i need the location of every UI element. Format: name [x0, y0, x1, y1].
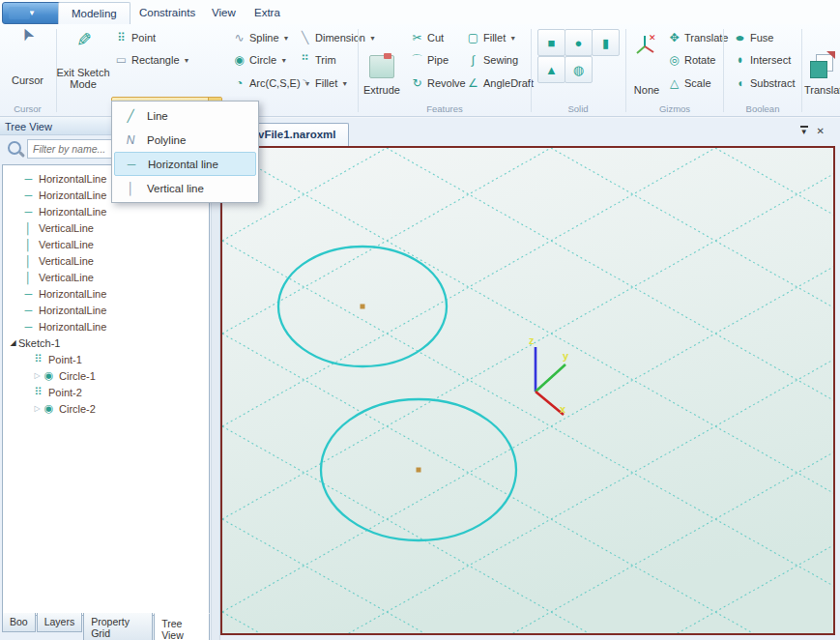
- tree-item-horizontalline[interactable]: ─HorizontalLine: [3, 203, 209, 219]
- solid-box-button[interactable]: ■: [537, 29, 565, 56]
- fuse-button[interactable]: ● Fuse: [733, 28, 773, 47]
- gizmo-none-button[interactable]: ✕: [634, 32, 659, 57]
- application-menu-glyph: [9, 7, 30, 19]
- gizmo-scale-button[interactable]: △ Scale: [667, 73, 711, 93]
- tree-item-point-2[interactable]: ⠿Point-2: [3, 384, 209, 400]
- angle-draft-icon: ∠: [466, 77, 480, 89]
- circle-button[interactable]: ◉ Circle ▼: [232, 50, 287, 70]
- tab-constraints[interactable]: Constraints: [127, 2, 208, 23]
- hline-icon: ─: [22, 288, 35, 300]
- tree-item-verticalline[interactable]: │VerticalLine: [3, 236, 209, 252]
- sewing-button[interactable]: ∫ Sewing: [466, 50, 518, 70]
- vline-icon: │: [22, 239, 35, 250]
- hline-icon: ─: [22, 206, 35, 218]
- dimension-icon: ╲: [298, 32, 312, 44]
- spline-icon: ∿: [232, 32, 246, 44]
- tree-item-verticalline[interactable]: │VerticalLine: [3, 219, 209, 236]
- fillet-sketch-button[interactable]: ◝ Fillet ▼: [298, 73, 348, 93]
- point-icon: ⠿: [114, 32, 129, 44]
- fillet-icon: ▢: [466, 32, 480, 44]
- tree-item-point-1[interactable]: ⠿Point-1: [3, 351, 209, 367]
- tree-item-verticalline[interactable]: │VerticalLine: [3, 252, 209, 269]
- dropdown-item-polyline[interactable]: NPolyline: [114, 128, 256, 152]
- tab-extra[interactable]: Extra: [242, 2, 293, 23]
- translate-gizmo-icon: ✥: [667, 32, 681, 44]
- spline-button[interactable]: ∿ Spline ▼: [232, 28, 290, 47]
- fillet-icon: ◝: [298, 77, 312, 89]
- panel-tab-tree-view[interactable]: Tree View: [154, 613, 210, 640]
- vline-icon: │: [22, 272, 35, 283]
- close-icon[interactable]: ✕: [817, 126, 825, 136]
- solid-sphere-button[interactable]: ●: [565, 29, 593, 56]
- pipe-button[interactable]: ⌒ Pipe: [410, 50, 449, 70]
- intersect-button[interactable]: ● Intersect: [733, 50, 791, 70]
- extrude-icon[interactable]: [369, 55, 394, 78]
- chevron-down-icon: ▼: [369, 35, 376, 42]
- fuse-icon: ●: [729, 32, 751, 44]
- expander-expanded-icon[interactable]: ◢: [8, 338, 18, 347]
- group-label-cursor: Cursor: [0, 103, 55, 114]
- hline-icon: ─: [123, 158, 140, 171]
- angledraft-button[interactable]: ∠ AngleDraft: [466, 73, 534, 93]
- circle-center-point[interactable]: [417, 468, 421, 473]
- circle-icon: ◉: [43, 369, 55, 382]
- 3d-viewport[interactable]: zyx: [220, 146, 835, 635]
- exit-sketch-button[interactable]: ✎: [58, 30, 110, 49]
- trim-icon: ⠛: [298, 54, 312, 66]
- svg-text:✕: ✕: [649, 33, 656, 43]
- solid-torus-button[interactable]: ◍: [565, 56, 593, 83]
- tree-item-horizontalline[interactable]: ─HorizontalLine: [3, 285, 209, 302]
- cut-button[interactable]: ✂ Cut: [410, 28, 444, 47]
- tree-item-verticalline[interactable]: │VerticalLine: [3, 269, 209, 285]
- substract-button[interactable]: ◖ Substract: [733, 73, 795, 93]
- tab-modeling[interactable]: Modeling: [58, 2, 130, 24]
- solid-cylinder-button[interactable]: ▮: [592, 29, 620, 56]
- dropdown-item-line[interactable]: ╱Line: [114, 103, 256, 128]
- box-solid-icon: ■: [548, 36, 556, 50]
- point-button[interactable]: ⠿ Point: [114, 28, 156, 47]
- tree-item-sketch-1[interactable]: ◢Sketch-1: [3, 335, 209, 351]
- translate-tool-icon[interactable]: [810, 54, 833, 77]
- dropdown-item-horizontal-line[interactable]: ─Horizontal line: [114, 152, 256, 176]
- gizmo-rotate-button[interactable]: ◎ Rotate: [667, 50, 715, 70]
- sketch-canvas[interactable]: zyx: [222, 148, 833, 633]
- arc-icon: ◔: [232, 77, 246, 89]
- application-menu-button[interactable]: ▼: [2, 2, 62, 24]
- gizmo-translate-button[interactable]: ✥ Translate: [667, 28, 728, 47]
- line-icon: ╱: [122, 109, 139, 123]
- panel-tab-property-grid[interactable]: Property Grid: [83, 613, 153, 640]
- panel-tab-boo[interactable]: Boo: [2, 613, 36, 632]
- circle-icon: ◉: [232, 54, 246, 66]
- tree-item-circle-2[interactable]: ▷◉Circle-2: [3, 400, 209, 417]
- extrude-button[interactable]: Extrude: [360, 84, 404, 96]
- hline-icon: ─: [22, 189, 35, 201]
- tree-item-horizontalline[interactable]: ─HorizontalLine: [3, 318, 209, 335]
- document-tab[interactable]: vFile1.naroxml: [246, 123, 349, 146]
- fillet-feature-button[interactable]: ▢ Fillet ▼: [466, 28, 516, 47]
- expander-collapsed-icon[interactable]: ▷: [32, 404, 43, 413]
- tree-item-circle-1[interactable]: ▷◉Circle-1: [3, 367, 209, 384]
- cursor-button[interactable]: ➤: [0, 24, 55, 44]
- exit-sketch-label[interactable]: Exit Sketch Mode: [56, 65, 110, 92]
- expander-collapsed-icon[interactable]: ▷: [32, 371, 43, 380]
- dimension-button[interactable]: ╲ Dimension ▼: [298, 28, 376, 47]
- sketch-canvas-svg[interactable]: zyx: [222, 148, 833, 633]
- dropdown-item-vertical-line[interactable]: │Vertical line: [114, 176, 256, 200]
- translate-tool-button[interactable]: Translate: [802, 84, 840, 96]
- group-label-gizmos: Gizmos: [628, 103, 721, 114]
- tree-item-label: HorizontalLine: [39, 206, 106, 218]
- tab-list-icon[interactable]: ▼: [800, 126, 808, 136]
- revolve-button[interactable]: ↻ Revolve: [410, 73, 466, 93]
- circle-center-point[interactable]: [361, 305, 365, 309]
- trim-button[interactable]: ⠛ Trim: [298, 50, 336, 70]
- rectangle-button[interactable]: ▭ Rectangle ▼: [114, 50, 189, 70]
- gizmo-none-label[interactable]: None: [628, 80, 665, 100]
- rectangle-icon: ▭: [114, 54, 129, 66]
- tree-item-label: HorizontalLine: [39, 288, 106, 300]
- solid-cone-button[interactable]: ▲: [537, 56, 565, 83]
- cylinder-solid-icon: ▮: [602, 36, 609, 50]
- tree-item-horizontalline[interactable]: ─HorizontalLine: [3, 302, 209, 318]
- dropdown-item-label: Polyline: [147, 134, 186, 146]
- cursor-button-label[interactable]: Cursor: [0, 71, 55, 90]
- panel-tab-layers[interactable]: Layers: [37, 613, 83, 632]
